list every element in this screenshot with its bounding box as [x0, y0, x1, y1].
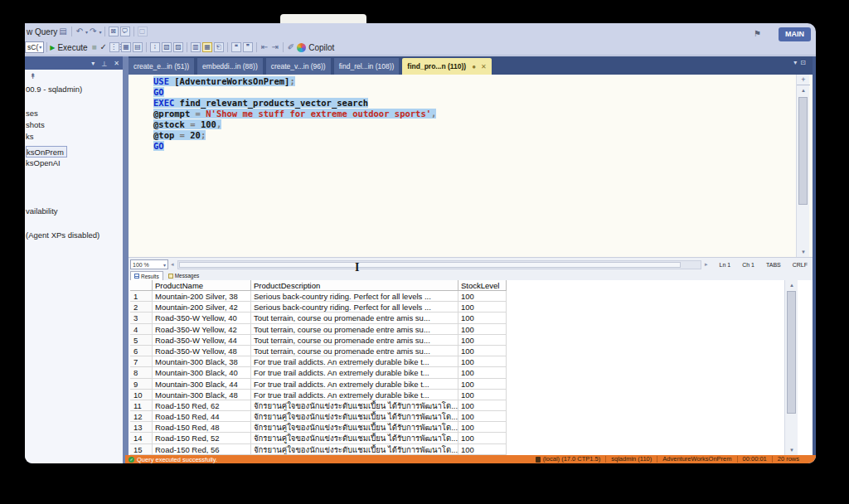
decrease-indent-icon[interactable]: ⇤	[261, 42, 268, 52]
product-description-cell[interactable]: Tout terrain, course ou promenade entre …	[251, 313, 458, 323]
pin-tab-icon[interactable]: ●	[472, 63, 476, 70]
product-description-cell[interactable]: จักรยานคู่ใจของนักแข่งระดับแชมเปี้ยน ได้…	[251, 444, 458, 455]
results-grid[interactable]: ProductNameProductDescriptionStockLevel1…	[130, 280, 798, 455]
stock-level-cell[interactable]: 100	[458, 433, 507, 443]
xml-editor-icon[interactable]: ⊠	[109, 27, 119, 36]
sql-text[interactable]: USE [AdventureWorksOnPrem];GOEXEC find_r…	[129, 76, 796, 152]
row-number-cell[interactable]: 10	[130, 390, 153, 400]
product-description-cell[interactable]: For true trail addicts. An extremely dur…	[251, 390, 458, 400]
pin-icon[interactable]: ⊣	[100, 61, 108, 66]
product-description-cell[interactable]: For true trail addicts. An extremely dur…	[251, 356, 458, 367]
column-header[interactable]: ProductName	[153, 280, 251, 291]
tab-messages[interactable]: Messages	[165, 271, 203, 280]
product-description-cell[interactable]: For true trail addicts. An extremely dur…	[251, 367, 458, 378]
product-name-cell[interactable]: Mountain-200 Silver, 38	[153, 291, 251, 302]
table-row[interactable]: 8Mountain-300 Black, 40For true trail ad…	[130, 367, 798, 378]
tree-item[interactable]: ksOnPrem	[26, 146, 67, 158]
stock-level-cell[interactable]: 100	[458, 302, 507, 313]
copilot-button[interactable]: Copilot	[308, 43, 334, 52]
row-number-cell[interactable]: 11	[130, 400, 153, 411]
new-query-button[interactable]: w Query	[27, 27, 57, 36]
product-name-cell[interactable]: Mountain-300 Black, 48	[153, 390, 251, 400]
split-editor-handle[interactable]: +	[797, 75, 810, 85]
row-number-cell[interactable]: 5	[130, 335, 153, 346]
live-stats-icon[interactable]: ▧	[162, 42, 172, 52]
stock-level-cell[interactable]: 100	[458, 346, 507, 356]
notebook-icon[interactable]: ▤	[59, 27, 66, 36]
database-combo[interactable]: sC(▾	[25, 41, 44, 53]
stock-level-cell[interactable]: 100	[458, 390, 507, 400]
row-number-header[interactable]	[130, 280, 153, 291]
table-row[interactable]: 14Road-150 Red, 52จักรยานคู่ใจของนักแข่ง…	[130, 433, 798, 443]
redo-caret-icon[interactable]: ▾	[99, 29, 101, 35]
stock-level-cell[interactable]: 100	[458, 291, 507, 302]
product-name-cell[interactable]: Mountain-300 Black, 44	[153, 379, 251, 390]
product-name-cell[interactable]: Mountain-200 Silver, 42	[153, 302, 251, 313]
table-row[interactable]: 12Road-150 Red, 44จักรยานคู่ใจของนักแข่ง…	[130, 411, 798, 422]
results-to-grid-icon[interactable]: ▦	[202, 42, 212, 52]
table-row[interactable]: 9Mountain-300 Black, 44For true trail ad…	[130, 379, 798, 390]
sql-editor[interactable]: USE [AdventureWorksOnPrem];GOEXEC find_r…	[129, 75, 813, 257]
stock-level-cell[interactable]: 100	[458, 356, 507, 367]
editor-tab[interactable]: create_e...in (51))	[129, 58, 194, 75]
specify-values-icon[interactable]: ⁞	[150, 42, 160, 52]
tree-item[interactable]: 00.9 - sqladmin)	[26, 84, 123, 95]
stock-level-cell[interactable]: 100	[458, 444, 507, 455]
row-number-cell[interactable]: 8	[130, 367, 153, 378]
undo-caret-icon[interactable]: ▾	[85, 29, 88, 35]
parse-icon[interactable]: ✓	[100, 42, 107, 52]
pane-splitter[interactable]	[123, 56, 129, 463]
row-number-cell[interactable]: 1	[130, 291, 153, 302]
editor-vertical-scrollbar[interactable]: + ▲ ▼	[796, 75, 809, 257]
product-description-cell[interactable]: จักรยานคู่ใจของนักแข่งระดับแชมเปี้ยน ได้…	[251, 411, 458, 422]
stock-level-cell[interactable]: 100	[458, 335, 507, 346]
product-description-cell[interactable]: จักรยานคู่ใจของนักแข่งระดับแชมเปี้ยน ได้…	[251, 400, 458, 411]
scroll-up-icon[interactable]: ▲	[785, 280, 798, 290]
product-name-cell[interactable]: Road-150 Red, 52	[153, 433, 251, 443]
product-name-cell[interactable]: Road-150 Red, 56	[153, 444, 251, 455]
object-explorer-toolbar-icon[interactable]: ↟	[25, 70, 123, 80]
copilot-icon[interactable]	[297, 43, 306, 52]
table-row[interactable]: 15Road-150 Red, 56จักรยานคู่ใจของนักแข่ง…	[130, 444, 798, 455]
tree-item[interactable]: ks	[26, 131, 123, 143]
row-number-cell[interactable]: 7	[130, 356, 153, 367]
row-number-cell[interactable]: 3	[130, 313, 153, 323]
database-section[interactable]: AdventureWorksOnPrem	[657, 456, 736, 463]
table-row[interactable]: 10Mountain-300 Black, 48For true trail a…	[130, 390, 798, 400]
product-name-cell[interactable]: Road-150 Red, 44	[153, 411, 251, 422]
scrollbar-thumb[interactable]	[798, 97, 808, 205]
editor-horizontal-scrollbar[interactable]	[177, 260, 702, 269]
stock-level-cell[interactable]: 100	[458, 379, 507, 390]
scroll-down-icon[interactable]: ▼	[797, 247, 810, 257]
tree-item[interactable]: shots	[26, 119, 123, 131]
row-number-cell[interactable]: 14	[130, 433, 153, 443]
editor-tab[interactable]: find_pro...n (110))●✕	[402, 58, 491, 75]
row-number-cell[interactable]: 6	[130, 346, 153, 356]
product-description-cell[interactable]: จักรยานคู่ใจของนักแข่งระดับแชมเปี้ยน ได้…	[251, 422, 458, 433]
undo-icon[interactable]: ↶	[76, 27, 83, 36]
product-description-cell[interactable]: Tout terrain, course ou promenade entre …	[251, 346, 458, 356]
tree-item[interactable]: ses	[26, 108, 123, 119]
product-description-cell[interactable]: Tout terrain, course ou promenade entre …	[251, 324, 458, 335]
stock-level-cell[interactable]: 100	[458, 422, 507, 433]
product-description-cell[interactable]: For true trail addicts. An extremely dur…	[251, 379, 458, 390]
table-row[interactable]: 13Road-150 Red, 48จักรยานคู่ใจของนักแข่ง…	[130, 422, 798, 433]
execute-button[interactable]: Execute	[57, 43, 87, 52]
comment-icon[interactable]: 🗩	[120, 27, 130, 36]
stock-level-cell[interactable]: 100	[458, 313, 507, 323]
analyze-query-icon[interactable]: ⋮⋮	[109, 42, 119, 52]
product-name-cell[interactable]: Road-350-W Yellow, 42	[153, 324, 251, 335]
product-name-cell[interactable]: Road-350-W Yellow, 48	[153, 346, 251, 356]
row-number-cell[interactable]: 9	[130, 379, 153, 390]
row-number-cell[interactable]: 15	[130, 444, 153, 455]
product-description-cell[interactable]: Tout terrain, course ou promenade entre …	[251, 335, 458, 346]
close-tab-icon[interactable]: ✕	[481, 63, 487, 70]
product-description-cell[interactable]: Serious back-country riding. Perfect for…	[251, 291, 458, 302]
table-row[interactable]: 6Road-350-W Yellow, 48Tout terrain, cour…	[130, 346, 798, 356]
row-number-cell[interactable]: 13	[130, 422, 153, 433]
row-number-cell[interactable]: 12	[130, 411, 153, 422]
table-row[interactable]: 3Road-350-W Yellow, 40Tout terrain, cour…	[130, 313, 798, 323]
results-to-text-icon[interactable]: ▥	[191, 42, 201, 52]
row-number-cell[interactable]: 4	[130, 324, 153, 335]
tree-item[interactable]: vailability	[26, 206, 123, 217]
